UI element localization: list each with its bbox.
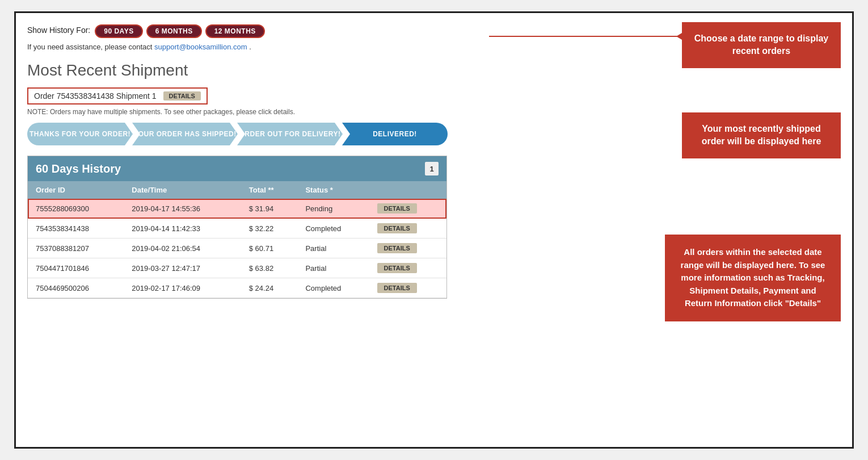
col-total: Total ** [241, 181, 298, 199]
pipeline-step-ordered: THANKS FOR YOUR ORDER! [27, 123, 133, 145]
details-button[interactable]: DETAILS [377, 283, 417, 293]
callout-recent-shipment: Your most recently shipped order will be… [682, 112, 841, 158]
date-btn-6months[interactable]: 6 MONTHS [146, 24, 202, 38]
shipment-box: Order 7543538341438 Shipment 1 DETAILS [27, 87, 208, 104]
cell-details[interactable]: DETAILS [369, 199, 446, 219]
details-button[interactable]: DETAILS [377, 263, 417, 273]
table-row: 75435383414382019-04-14 11:42:33$ 32.22C… [28, 219, 446, 239]
tracking-pipeline: THANKS FOR YOUR ORDER! YOUR ORDER HAS SH… [27, 123, 447, 145]
support-email-link[interactable]: support@booksamillion.com [154, 43, 247, 51]
cell-3: Completed [297, 219, 369, 239]
history-title: 60 Days History [36, 162, 121, 175]
cell-3: Pending [297, 199, 369, 219]
date-buttons-group: 90 DAYS 6 MONTHS 12 MONTHS [95, 24, 265, 38]
history-table: Order ID Date/Time Total ** Status * 755… [28, 181, 446, 298]
cell-0: 7504469500206 [28, 278, 124, 298]
col-datetime: Date/Time [124, 181, 241, 199]
pipeline-step-shipped: YOUR ORDER HAS SHIPPED! [132, 123, 238, 145]
cell-details[interactable]: DETAILS [369, 278, 446, 298]
show-history-label: Show History For: [27, 24, 90, 35]
pipeline-step-out-for-delivery: ORDER OUT FOR DELIVERY! [237, 123, 343, 145]
cell-0: 7543538341438 [28, 219, 124, 239]
cell-2: $ 32.22 [241, 219, 298, 239]
main-frame: Show History For: 90 DAYS 6 MONTHS 12 MO… [14, 11, 854, 449]
cell-0: 7555288069300 [28, 199, 124, 219]
details-button[interactable]: DETAILS [377, 243, 417, 253]
col-order-id: Order ID [28, 181, 124, 199]
date-btn-90days[interactable]: 90 DAYS [95, 24, 142, 38]
cell-details[interactable]: DETAILS [369, 258, 446, 278]
cell-0: 7537088381207 [28, 239, 124, 258]
cell-1: 2019-04-02 21:06:54 [124, 239, 241, 258]
cell-details[interactable]: DETAILS [369, 219, 446, 239]
pipeline-step-delivered: DELIVERED! [342, 123, 448, 145]
col-action [369, 181, 446, 199]
details-button[interactable]: DETAILS [377, 203, 417, 214]
table-header-row: Order ID Date/Time Total ** Status * [28, 181, 446, 199]
date-btn-12months[interactable]: 12 MONTHS [205, 24, 265, 38]
table-row: 75370883812072019-04-02 21:06:54$ 60.71P… [28, 239, 446, 258]
cell-3: Partial [297, 258, 369, 278]
table-row: 75552880693002019-04-17 14:55:36$ 31.94P… [28, 199, 446, 219]
col-status: Status * [297, 181, 369, 199]
cell-1: 2019-04-17 14:55:36 [124, 199, 241, 219]
callout-date-range: Choose a date range to display recent or… [682, 22, 841, 68]
cell-1: 2019-02-17 17:46:09 [124, 278, 241, 298]
shipment-details-button[interactable]: DETAILS [163, 91, 201, 101]
cell-0: 7504471701846 [28, 258, 124, 278]
cell-details[interactable]: DETAILS [369, 239, 446, 258]
details-button[interactable]: DETAILS [377, 223, 417, 233]
callout-arrow-top [489, 36, 682, 37]
cell-2: $ 31.94 [241, 199, 298, 219]
table-row: 75044717018462019-03-27 12:47:17$ 63.82P… [28, 258, 446, 278]
cell-3: Completed [297, 278, 369, 298]
shipment-box-inner: Order 7543538341438 Shipment 1 DETAILS [34, 91, 201, 101]
history-page-num: 1 [425, 162, 439, 175]
callout-orders-range: All orders within the selected date rang… [665, 235, 841, 321]
history-header: 60 Days History 1 [28, 156, 446, 181]
cell-3: Partial [297, 239, 369, 258]
cell-1: 2019-03-27 12:47:17 [124, 258, 241, 278]
cell-2: $ 24.24 [241, 278, 298, 298]
cell-1: 2019-04-14 11:42:33 [124, 219, 241, 239]
cell-2: $ 63.82 [241, 258, 298, 278]
shipment-label: Order 7543538341438 Shipment 1 [34, 91, 157, 101]
cell-2: $ 60.71 [241, 239, 298, 258]
table-row: 75044695002062019-02-17 17:46:09$ 24.24C… [28, 278, 446, 298]
history-section: 60 Days History 1 Order ID Date/Time Tot… [27, 156, 447, 299]
